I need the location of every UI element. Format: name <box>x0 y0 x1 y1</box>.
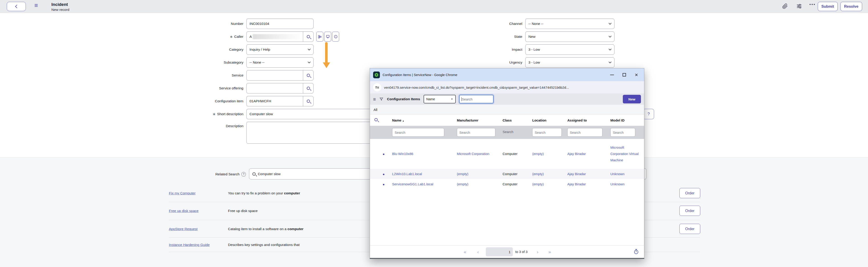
annotation-arrow-head <box>323 62 330 68</box>
column-header-assigned-to[interactable]: Assigned to <box>567 118 602 122</box>
impact-label: Impact <box>512 44 522 55</box>
manufacturer-link[interactable]: (empty) <box>457 181 499 187</box>
channel-select[interactable]: -- None -- <box>525 19 614 29</box>
service-lookup-button[interactable] <box>303 70 313 80</box>
related-result-link[interactable]: AppStore Request <box>169 227 198 231</box>
assigned-to-filter-input[interactable] <box>567 128 602 137</box>
caller-lookup-button[interactable] <box>303 32 313 42</box>
chevron-down-icon <box>609 22 612 25</box>
back-chevron-icon <box>15 5 19 8</box>
ci-name-link[interactable]: L2Win10.Lab1.local <box>392 171 453 177</box>
location-link[interactable]: (empty) <box>532 151 560 157</box>
page-title: Incident New record <box>52 2 69 12</box>
manufacturer-filter-input[interactable] <box>457 128 495 137</box>
column-header-location[interactable]: Location <box>532 118 560 122</box>
model-id-link[interactable]: Unknown <box>610 181 640 187</box>
site-settings-icon[interactable] <box>373 83 381 92</box>
service-offering-input[interactable] <box>246 83 314 94</box>
configuration-item-lookup-button[interactable] <box>303 96 313 106</box>
model-id-link[interactable]: Unknown <box>610 171 640 177</box>
description-label: Description <box>226 122 243 132</box>
list-search-input[interactable]: Search <box>459 95 494 103</box>
impact-select[interactable]: 3 - Low <box>525 44 614 55</box>
order-button[interactable]: Order <box>679 206 700 216</box>
model-id-link[interactable]: Microsoft Corporation Virtual Machine <box>610 144 640 163</box>
help-icon[interactable]: ? <box>241 172 246 176</box>
assigned-to-link[interactable]: Ajay Biradar <box>567 181 602 187</box>
related-result-link[interactable]: Instance Hardening Guide <box>169 243 210 247</box>
search-icon <box>252 172 256 175</box>
submit-button[interactable]: Submit <box>818 2 838 11</box>
location-link[interactable]: (empty) <box>532 171 560 177</box>
caller-info-button[interactable] <box>332 32 339 42</box>
maximize-button[interactable] <box>620 68 629 81</box>
impact-field-row: Impact 3 - Low <box>525 44 614 55</box>
search-icon[interactable] <box>374 118 378 122</box>
next-page-icon[interactable]: › <box>537 245 538 258</box>
search-field-select[interactable]: Name▼ <box>424 95 456 103</box>
location-filter-input[interactable] <box>532 128 562 137</box>
column-header-manufacturer[interactable]: Manufacturer <box>457 118 499 122</box>
manufacturer-link[interactable]: (empty) <box>457 171 499 177</box>
location-link[interactable]: (empty) <box>532 181 560 187</box>
new-record-button[interactable]: New <box>623 95 641 103</box>
list-pagination-footer: « ‹ 1 to 3 of 3 › » <box>370 245 644 258</box>
ci-name-link[interactable]: Blu-Win10x86 <box>392 151 453 157</box>
subcategory-select[interactable]: -- None -- <box>246 57 314 68</box>
caller-configuration-items-button[interactable] <box>324 32 331 42</box>
attachment-icon[interactable] <box>782 3 788 9</box>
short-description-label: Short description <box>212 109 243 119</box>
breadcrumb-all[interactable]: All <box>374 108 377 111</box>
category-select[interactable]: Inquiry / Help <box>246 44 314 55</box>
back-button[interactable] <box>7 2 26 11</box>
caller-dependency-views-button[interactable] <box>316 32 323 42</box>
order-button[interactable]: Order <box>679 188 700 198</box>
last-page-icon[interactable]: » <box>548 245 551 258</box>
current-page-input[interactable]: 1 <box>486 247 513 256</box>
related-result-link[interactable]: Fix my Computer <box>169 191 196 195</box>
assigned-to-link[interactable]: Ajay Biradar <box>567 151 602 157</box>
caller-input[interactable]: A <box>246 31 314 42</box>
column-header-name[interactable]: Name▲ <box>392 118 453 122</box>
state-select[interactable]: New <box>525 31 614 42</box>
resolve-button[interactable]: Resolve <box>840 2 862 11</box>
knowledge-search-button[interactable]: ? <box>643 109 654 119</box>
related-result-description: Free up disk space <box>228 209 258 213</box>
class-value: Computer <box>503 171 529 177</box>
model-id-filter-input[interactable] <box>610 128 635 137</box>
sort-asc-icon: ▲ <box>402 120 404 122</box>
more-options-icon[interactable]: ••• <box>809 2 816 7</box>
service-offering-lookup-button[interactable] <box>303 83 313 93</box>
assigned-to-link[interactable]: Ajay Biradar <box>567 171 602 177</box>
urgency-select[interactable]: 3 - Low <box>525 57 614 68</box>
service-input[interactable] <box>246 70 314 80</box>
close-button[interactable]: × <box>632 68 641 81</box>
previous-page-icon[interactable]: ‹ <box>477 245 479 258</box>
manufacturer-link[interactable]: Microsoft Corporation <box>457 151 499 157</box>
configuration-items-popup-window: Configuration Items | ServiceNow - Googl… <box>370 68 644 259</box>
order-button[interactable]: Order <box>679 224 700 234</box>
related-result-link[interactable]: Free up disk space <box>169 209 198 213</box>
menu-icon[interactable]: ≡ <box>34 2 38 9</box>
window-title: Configuration Items | ServiceNow - Googl… <box>382 73 457 77</box>
column-header-class[interactable]: Class <box>503 118 529 122</box>
first-page-icon[interactable]: « <box>464 245 466 258</box>
record-preview-icon[interactable]: ● <box>382 172 385 176</box>
personalize-form-icon[interactable] <box>796 3 802 9</box>
filter-icon[interactable] <box>379 97 383 101</box>
name-filter-input[interactable] <box>392 128 444 137</box>
category-label: Category <box>229 44 243 55</box>
column-header-model-id[interactable]: Model ID <box>610 118 640 122</box>
minimize-button[interactable] <box>608 68 617 81</box>
window-titlebar[interactable]: Configuration Items | ServiceNow - Googl… <box>370 68 644 81</box>
number-input[interactable]: INC0010104 <box>246 19 314 29</box>
class-filter-text: Search <box>503 130 514 134</box>
browser-url-bar[interactable]: ven04179.service-now.com/cmdb_ci_list.do… <box>370 81 644 94</box>
url-text: ven04179.service-now.com/cmdb_ci_list.do… <box>384 86 569 89</box>
list-menu-icon[interactable]: ≡ <box>373 97 376 102</box>
record-preview-icon[interactable]: ● <box>382 152 385 156</box>
ci-name-link[interactable]: ServicenowGG1.Lab1.local <box>392 181 453 187</box>
response-time-icon[interactable] <box>633 249 639 255</box>
configuration-item-input[interactable]: 01APHWCFH <box>246 96 314 106</box>
record-preview-icon[interactable]: ● <box>382 182 385 186</box>
